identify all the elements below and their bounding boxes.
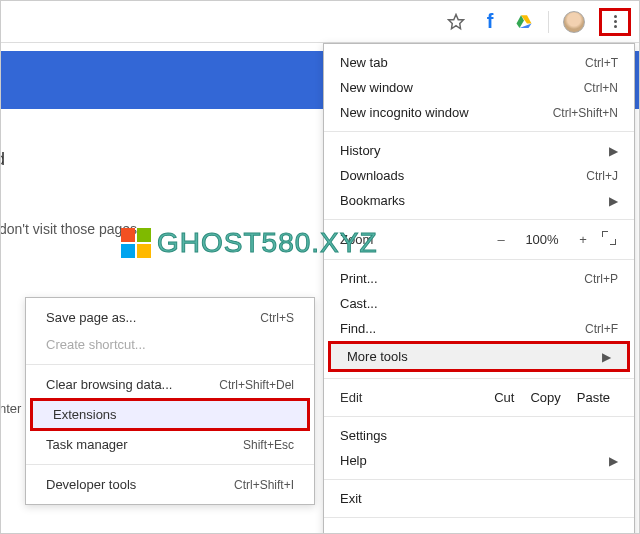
submenu-extensions[interactable]: Extensions bbox=[33, 401, 307, 428]
highlight-box-extensions: Extensions bbox=[30, 398, 310, 431]
menu-find[interactable]: Find... Ctrl+F bbox=[324, 316, 634, 341]
copy-button[interactable]: Copy bbox=[522, 390, 568, 405]
menu-history[interactable]: History ▶ bbox=[324, 138, 634, 163]
menu-managed[interactable]: Managed by your organization bbox=[324, 524, 634, 534]
menu-label: Help bbox=[340, 453, 367, 468]
menu-shortcut: Ctrl+N bbox=[584, 81, 618, 95]
highlight-box-kebab bbox=[599, 8, 631, 36]
menu-label: Exit bbox=[340, 491, 362, 506]
menu-separator bbox=[324, 517, 634, 518]
menu-shortcut: Shift+Esc bbox=[243, 438, 294, 452]
star-icon[interactable] bbox=[446, 12, 466, 32]
chevron-right-icon: ▶ bbox=[609, 144, 618, 158]
menu-label: Clear browsing data... bbox=[46, 377, 172, 392]
profile-avatar[interactable] bbox=[563, 11, 585, 33]
menu-shortcut: Ctrl+T bbox=[585, 56, 618, 70]
browser-toolbar: f bbox=[1, 1, 639, 43]
zoom-percent: 100% bbox=[520, 232, 564, 247]
menu-label: Task manager bbox=[46, 437, 128, 452]
menu-separator bbox=[324, 131, 634, 132]
menu-shortcut: Ctrl+Shift+N bbox=[553, 106, 618, 120]
menu-shortcut: Ctrl+F bbox=[585, 322, 618, 336]
menu-label: Bookmarks bbox=[340, 193, 405, 208]
menu-label: Zoom bbox=[340, 232, 482, 247]
menu-label: New incognito window bbox=[340, 105, 469, 120]
menu-separator bbox=[324, 259, 634, 260]
menu-label: Developer tools bbox=[46, 477, 136, 492]
menu-shortcut: Ctrl+P bbox=[584, 272, 618, 286]
submenu-save-page[interactable]: Save page as... Ctrl+S bbox=[26, 304, 314, 331]
zoom-in-button[interactable]: + bbox=[572, 232, 594, 247]
menu-label: Cast... bbox=[340, 296, 378, 311]
menu-label: New tab bbox=[340, 55, 388, 70]
menu-shortcut: Ctrl+S bbox=[260, 311, 294, 325]
facebook-icon[interactable]: f bbox=[480, 12, 500, 32]
submenu-clear-browsing[interactable]: Clear browsing data... Ctrl+Shift+Del bbox=[26, 371, 314, 398]
menu-label: Edit bbox=[340, 390, 486, 405]
separator bbox=[548, 11, 549, 33]
menu-new-window[interactable]: New window Ctrl+N bbox=[324, 75, 634, 100]
menu-shortcut: Ctrl+Shift+Del bbox=[219, 378, 294, 392]
menu-label: Find... bbox=[340, 321, 376, 336]
submenu-dev-tools[interactable]: Developer tools Ctrl+Shift+I bbox=[26, 471, 314, 498]
menu-separator bbox=[324, 479, 634, 480]
menu-incognito[interactable]: New incognito window Ctrl+Shift+N bbox=[324, 100, 634, 125]
google-drive-icon[interactable] bbox=[514, 12, 534, 32]
chevron-right-icon: ▶ bbox=[602, 350, 611, 364]
menu-more-tools[interactable]: More tools ▶ bbox=[331, 344, 627, 369]
cropped-text: d bbox=[0, 149, 5, 170]
menu-cast[interactable]: Cast... bbox=[324, 291, 634, 316]
more-tools-submenu: Save page as... Ctrl+S Create shortcut..… bbox=[25, 297, 315, 505]
menu-shortcut: Ctrl+J bbox=[586, 169, 618, 183]
menu-edit: Edit Cut Copy Paste bbox=[324, 385, 634, 410]
cropped-text: nter bbox=[0, 401, 21, 416]
menu-label: Create shortcut... bbox=[46, 337, 146, 352]
menu-bookmarks[interactable]: Bookmarks ▶ bbox=[324, 188, 634, 213]
menu-separator bbox=[324, 219, 634, 220]
submenu-create-shortcut: Create shortcut... bbox=[26, 331, 314, 358]
menu-label: Downloads bbox=[340, 168, 404, 183]
menu-shortcut: Ctrl+Shift+I bbox=[234, 478, 294, 492]
menu-label: Save page as... bbox=[46, 310, 136, 325]
menu-label: Extensions bbox=[53, 407, 117, 422]
paste-button[interactable]: Paste bbox=[569, 390, 618, 405]
menu-label: Settings bbox=[340, 428, 387, 443]
menu-label: New window bbox=[340, 80, 413, 95]
menu-separator bbox=[26, 364, 314, 365]
submenu-task-manager[interactable]: Task manager Shift+Esc bbox=[26, 431, 314, 458]
svg-marker-0 bbox=[449, 14, 464, 28]
chrome-main-menu: New tab Ctrl+T New window Ctrl+N New inc… bbox=[323, 43, 635, 534]
kebab-menu-icon[interactable] bbox=[606, 13, 624, 31]
menu-separator bbox=[324, 378, 634, 379]
cropped-text: don't visit those pages bbox=[0, 221, 137, 237]
menu-zoom: Zoom – 100% + bbox=[324, 226, 634, 253]
menu-settings[interactable]: Settings bbox=[324, 423, 634, 448]
menu-separator bbox=[324, 416, 634, 417]
menu-label: History bbox=[340, 143, 380, 158]
menu-exit[interactable]: Exit bbox=[324, 486, 634, 511]
chevron-right-icon: ▶ bbox=[609, 454, 618, 468]
menu-label: Print... bbox=[340, 271, 378, 286]
cut-button[interactable]: Cut bbox=[486, 390, 522, 405]
menu-downloads[interactable]: Downloads Ctrl+J bbox=[324, 163, 634, 188]
menu-print[interactable]: Print... Ctrl+P bbox=[324, 266, 634, 291]
chevron-right-icon: ▶ bbox=[609, 194, 618, 208]
zoom-out-button[interactable]: – bbox=[490, 232, 512, 247]
menu-new-tab[interactable]: New tab Ctrl+T bbox=[324, 50, 634, 75]
menu-separator bbox=[26, 464, 314, 465]
menu-help[interactable]: Help ▶ bbox=[324, 448, 634, 473]
fullscreen-icon[interactable] bbox=[602, 231, 624, 248]
menu-label: More tools bbox=[347, 349, 408, 364]
highlight-box-more-tools: More tools ▶ bbox=[328, 341, 630, 372]
